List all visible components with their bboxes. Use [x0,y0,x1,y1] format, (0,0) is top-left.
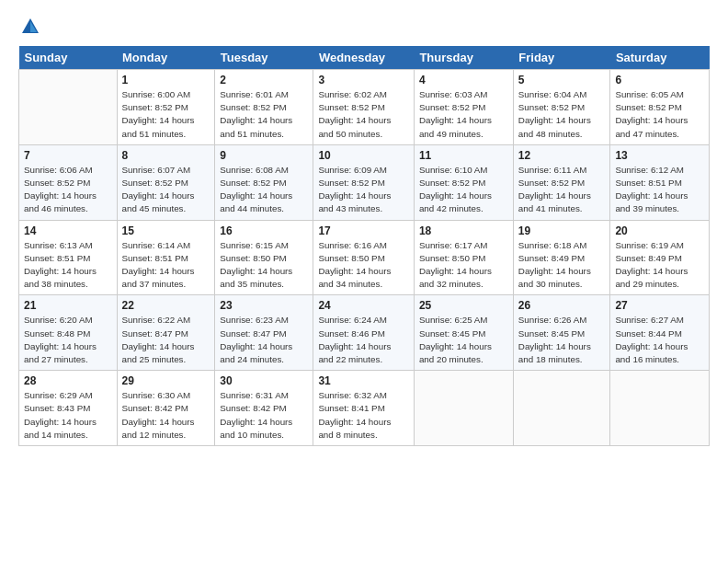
day-cell [610,371,710,446]
day-detail: Sunrise: 6:24 AM Sunset: 8:46 PM Dayligh… [318,314,409,366]
day-detail: Sunrise: 6:03 AM Sunset: 8:52 PM Dayligh… [419,88,508,141]
logo-icon [20,17,40,37]
day-cell: 4Sunrise: 6:03 AM Sunset: 8:52 PM Daylig… [414,70,513,145]
day-detail: Sunrise: 6:20 AM Sunset: 8:48 PM Dayligh… [24,314,112,366]
day-detail: Sunrise: 6:19 AM Sunset: 8:49 PM Dayligh… [615,239,704,292]
day-cell: 1Sunrise: 6:00 AM Sunset: 8:52 PM Daylig… [117,70,215,145]
day-detail: Sunrise: 6:04 AM Sunset: 8:52 PM Dayligh… [518,88,606,141]
day-detail: Sunrise: 6:10 AM Sunset: 8:52 PM Dayligh… [419,164,508,216]
day-detail: Sunrise: 6:26 AM Sunset: 8:45 PM Dayligh… [518,314,606,366]
day-cell: 13Sunrise: 6:12 AM Sunset: 8:51 PM Dayli… [610,144,710,220]
day-cell: 23Sunrise: 6:23 AM Sunset: 8:47 PM Dayli… [215,295,313,371]
day-number: 22 [122,299,210,312]
day-detail: Sunrise: 6:30 AM Sunset: 8:42 PM Dayligh… [122,389,210,442]
week-row-4: 28Sunrise: 6:29 AM Sunset: 8:43 PM Dayli… [19,371,710,446]
day-detail: Sunrise: 6:25 AM Sunset: 8:45 PM Dayligh… [419,314,508,366]
day-cell: 10Sunrise: 6:09 AM Sunset: 8:52 PM Dayli… [313,144,415,220]
day-detail: Sunrise: 6:29 AM Sunset: 8:43 PM Dayligh… [24,389,112,442]
day-cell: 16Sunrise: 6:15 AM Sunset: 8:50 PM Dayli… [215,220,313,295]
day-cell: 19Sunrise: 6:18 AM Sunset: 8:49 PM Dayli… [513,220,610,295]
day-cell: 2Sunrise: 6:01 AM Sunset: 8:52 PM Daylig… [215,70,313,145]
day-number: 27 [615,299,704,312]
header-cell-tuesday: Tuesday [215,46,313,70]
day-number: 20 [615,224,704,237]
page: SundayMondayTuesdayWednesdayThursdayFrid… [0,0,728,457]
day-number: 7 [24,149,112,162]
day-detail: Sunrise: 6:22 AM Sunset: 8:47 PM Dayligh… [122,314,210,366]
day-number: 8 [122,149,210,162]
week-row-2: 14Sunrise: 6:13 AM Sunset: 8:51 PM Dayli… [19,220,710,295]
day-cell: 6Sunrise: 6:05 AM Sunset: 8:52 PM Daylig… [610,70,710,145]
day-number: 21 [24,299,112,312]
day-number: 5 [518,74,606,86]
day-number: 2 [220,74,308,86]
day-detail: Sunrise: 6:13 AM Sunset: 8:51 PM Dayligh… [24,239,112,292]
day-number: 16 [220,224,308,237]
day-cell: 20Sunrise: 6:19 AM Sunset: 8:49 PM Dayli… [610,220,710,295]
day-detail: Sunrise: 6:12 AM Sunset: 8:51 PM Dayligh… [615,164,704,216]
day-number: 4 [419,74,508,86]
day-number: 10 [318,149,409,162]
day-number: 6 [615,74,704,86]
day-detail: Sunrise: 6:02 AM Sunset: 8:52 PM Dayligh… [318,88,409,141]
logo [18,17,40,37]
day-detail: Sunrise: 6:32 AM Sunset: 8:41 PM Dayligh… [318,389,409,442]
header-cell-thursday: Thursday [414,46,513,70]
header-row: SundayMondayTuesdayWednesdayThursdayFrid… [19,46,710,70]
day-detail: Sunrise: 6:05 AM Sunset: 8:52 PM Dayligh… [615,88,704,141]
day-cell: 22Sunrise: 6:22 AM Sunset: 8:47 PM Dayli… [117,295,215,371]
day-cell: 31Sunrise: 6:32 AM Sunset: 8:41 PM Dayli… [313,371,415,446]
day-detail: Sunrise: 6:15 AM Sunset: 8:50 PM Dayligh… [220,239,308,292]
day-number: 29 [122,374,210,387]
day-detail: Sunrise: 6:23 AM Sunset: 8:47 PM Dayligh… [220,314,308,366]
day-number: 24 [318,299,409,312]
day-cell: 17Sunrise: 6:16 AM Sunset: 8:50 PM Dayli… [313,220,415,295]
day-number: 31 [318,374,409,387]
day-number: 19 [518,224,606,237]
day-detail: Sunrise: 6:17 AM Sunset: 8:50 PM Dayligh… [419,239,508,292]
day-number: 28 [24,374,112,387]
day-number: 26 [518,299,606,312]
day-detail: Sunrise: 6:08 AM Sunset: 8:52 PM Dayligh… [220,164,308,216]
header [18,17,710,37]
day-number: 15 [122,224,210,237]
svg-marker-1 [30,21,37,32]
day-number: 12 [518,149,606,162]
day-number: 14 [24,224,112,237]
day-cell: 5Sunrise: 6:04 AM Sunset: 8:52 PM Daylig… [513,70,610,145]
day-number: 18 [419,224,508,237]
day-number: 1 [122,74,210,86]
day-detail: Sunrise: 6:14 AM Sunset: 8:51 PM Dayligh… [122,239,210,292]
day-number: 9 [220,149,308,162]
day-detail: Sunrise: 6:11 AM Sunset: 8:52 PM Dayligh… [518,164,606,216]
day-cell: 25Sunrise: 6:25 AM Sunset: 8:45 PM Dayli… [414,295,513,371]
day-detail: Sunrise: 6:16 AM Sunset: 8:50 PM Dayligh… [318,239,409,292]
day-detail: Sunrise: 6:09 AM Sunset: 8:52 PM Dayligh… [318,164,409,216]
calendar-table: SundayMondayTuesdayWednesdayThursdayFrid… [18,46,710,446]
day-cell: 11Sunrise: 6:10 AM Sunset: 8:52 PM Dayli… [414,144,513,220]
day-cell: 15Sunrise: 6:14 AM Sunset: 8:51 PM Dayli… [117,220,215,295]
day-cell: 28Sunrise: 6:29 AM Sunset: 8:43 PM Dayli… [19,371,118,446]
day-cell: 14Sunrise: 6:13 AM Sunset: 8:51 PM Dayli… [19,220,118,295]
day-cell: 3Sunrise: 6:02 AM Sunset: 8:52 PM Daylig… [313,70,415,145]
day-cell: 30Sunrise: 6:31 AM Sunset: 8:42 PM Dayli… [215,371,313,446]
day-cell: 12Sunrise: 6:11 AM Sunset: 8:52 PM Dayli… [513,144,610,220]
day-number: 17 [318,224,409,237]
week-row-0: 1Sunrise: 6:00 AM Sunset: 8:52 PM Daylig… [19,70,710,145]
day-number: 30 [220,374,308,387]
week-row-3: 21Sunrise: 6:20 AM Sunset: 8:48 PM Dayli… [19,295,710,371]
day-detail: Sunrise: 6:01 AM Sunset: 8:52 PM Dayligh… [220,88,308,141]
day-cell: 21Sunrise: 6:20 AM Sunset: 8:48 PM Dayli… [19,295,118,371]
day-cell: 26Sunrise: 6:26 AM Sunset: 8:45 PM Dayli… [513,295,610,371]
day-number: 13 [615,149,704,162]
day-cell [414,371,513,446]
day-number: 23 [220,299,308,312]
day-number: 25 [419,299,508,312]
day-cell: 8Sunrise: 6:07 AM Sunset: 8:52 PM Daylig… [117,144,215,220]
day-cell [513,371,610,446]
day-number: 11 [419,149,508,162]
day-detail: Sunrise: 6:31 AM Sunset: 8:42 PM Dayligh… [220,389,308,442]
header-cell-monday: Monday [117,46,215,70]
header-cell-wednesday: Wednesday [313,46,415,70]
day-cell [19,70,118,145]
